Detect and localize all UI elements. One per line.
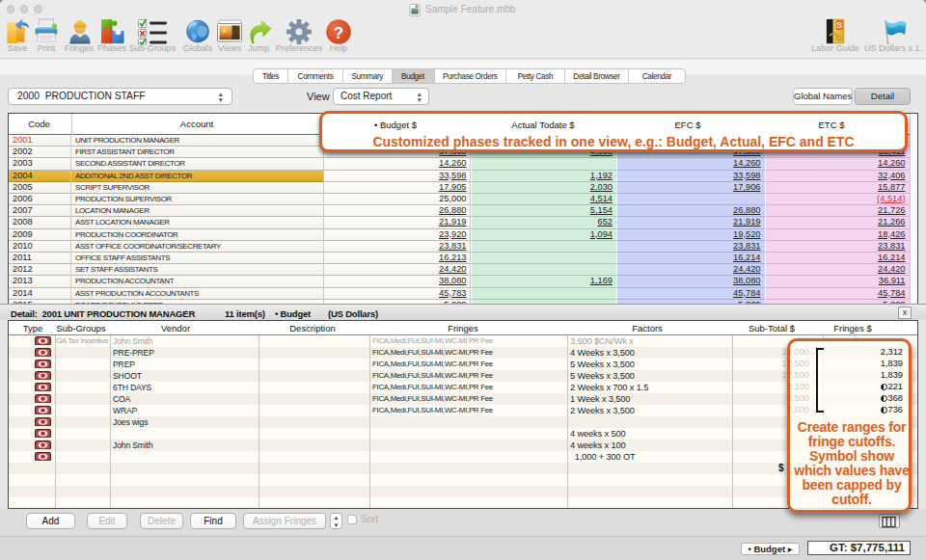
svg-text:?: ? (334, 24, 343, 42)
svg-text:S: S (836, 20, 842, 30)
